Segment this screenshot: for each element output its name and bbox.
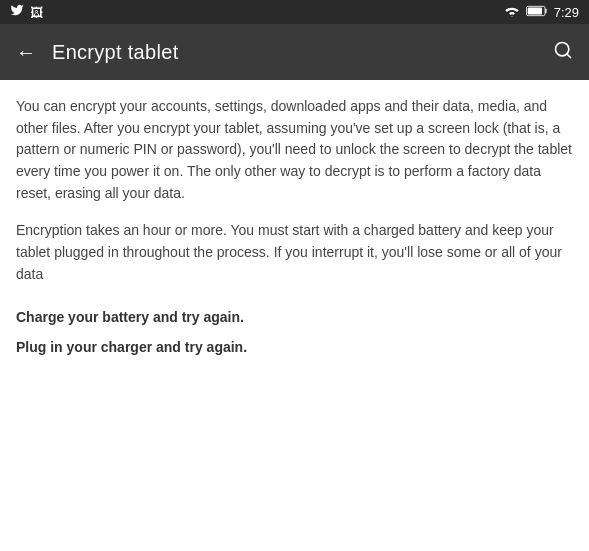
toolbar: ← Encrypt tablet — [0, 24, 589, 80]
requirement-plug: Plug in your charger and try again. — [16, 336, 573, 358]
toolbar-left: ← Encrypt tablet — [16, 41, 179, 64]
photo-icon: 🖼 — [30, 5, 43, 20]
requirement-charge: Charge your battery and try again. — [16, 306, 573, 328]
status-bar-left-icons: 🖼 — [10, 3, 43, 21]
svg-line-3 — [567, 53, 571, 57]
content-area: You can encrypt your accounts, settings,… — [0, 80, 589, 551]
status-bar: 🖼 7:29 — [0, 0, 589, 24]
search-button[interactable] — [553, 40, 573, 65]
toolbar-title: Encrypt tablet — [52, 41, 179, 64]
battery-icon — [526, 5, 548, 20]
status-bar-right-icons: 7:29 — [504, 5, 579, 20]
description-paragraph-1: You can encrypt your accounts, settings,… — [16, 96, 573, 204]
svg-rect-1 — [527, 7, 541, 14]
back-button[interactable]: ← — [16, 41, 36, 64]
warning-paragraph-2: Encryption takes an hour or more. You mu… — [16, 220, 573, 285]
time-display: 7:29 — [554, 5, 579, 20]
twitter-icon — [10, 3, 24, 21]
wifi-icon — [504, 5, 520, 20]
